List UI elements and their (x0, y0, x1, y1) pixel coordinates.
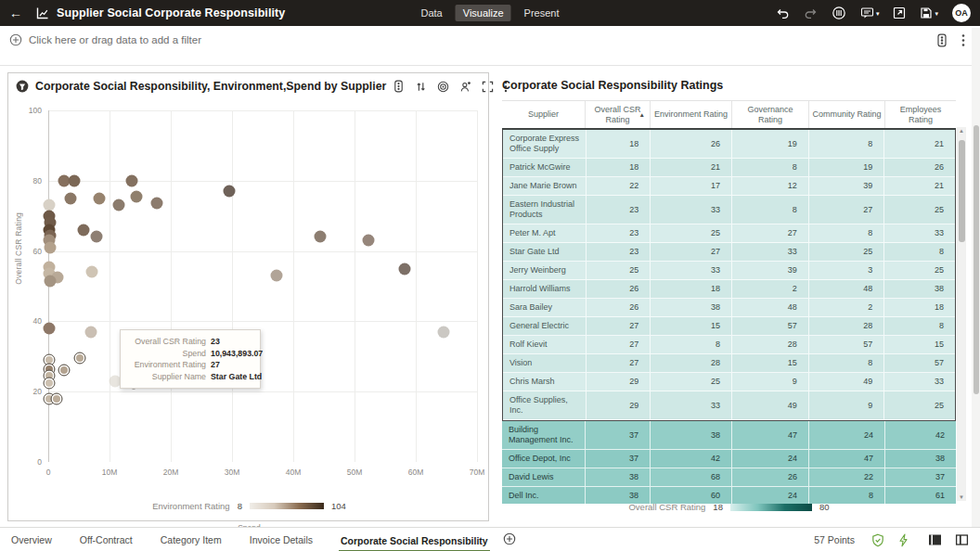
scroll-down-icon[interactable]: ▼ (957, 494, 966, 500)
gridline (232, 110, 233, 462)
export-window-icon[interactable] (893, 6, 906, 19)
scatter-point[interactable] (64, 192, 76, 204)
redo-icon[interactable] (804, 6, 818, 19)
add-canvas-icon[interactable] (503, 532, 516, 547)
scatter-point[interactable] (44, 275, 56, 287)
table-row[interactable]: Patrick McGwire182181926 (503, 159, 955, 177)
scatter-point[interactable] (223, 186, 235, 198)
table-row[interactable]: Rolf Kievit278285715 (503, 336, 955, 354)
back-button[interactable]: ← (0, 6, 32, 20)
table-row[interactable]: Office Depot, Inc3742244738 (502, 450, 956, 468)
table-row[interactable]: Office Supplies, Inc.293349925 (503, 391, 955, 420)
maximize-icon[interactable] (482, 81, 494, 93)
user-avatar[interactable]: OA (952, 4, 971, 22)
scatter-point[interactable] (438, 326, 450, 338)
scatter-point[interactable] (68, 174, 80, 186)
add-filter-button[interactable]: Click here or drag data to add a filter (0, 33, 201, 46)
topbar-nav-data[interactable]: Data (414, 5, 450, 21)
conditional-format-icon[interactable] (393, 80, 405, 93)
assign-person-icon[interactable] (459, 81, 471, 93)
supplier-cell: Eastern Industrial Products (503, 196, 586, 224)
tab-overview[interactable]: Overview (9, 529, 54, 551)
quality-shield-icon[interactable] (871, 533, 884, 547)
rating-cell: 22 (586, 177, 651, 196)
left-panel-toggle-icon[interactable] (928, 533, 942, 546)
rating-cell: 19 (808, 159, 884, 177)
scroll-up-icon[interactable]: ▲ (957, 128, 966, 134)
scatter-point[interactable] (73, 352, 85, 365)
table-scrollbar-thumb[interactable] (959, 140, 965, 242)
ratings-table[interactable]: SupplierOverall CSR Rating▲Environment R… (502, 100, 956, 504)
table-row[interactable]: Peter M. Apt232527833 (503, 224, 955, 243)
scatter-plot-area[interactable]: 020406080100010M20M30M40M50M60M70M (48, 110, 477, 462)
scatter-point[interactable] (91, 231, 103, 243)
column-header-5[interactable]: Employees Rating (884, 101, 956, 128)
filter-funnel-badge-icon[interactable] (16, 80, 29, 93)
comments-caret-icon[interactable]: ▾ (876, 10, 880, 17)
scatter-point[interactable] (399, 263, 411, 275)
scatter-point[interactable] (84, 326, 97, 338)
scatter-point[interactable] (93, 192, 105, 204)
filter-prompt: Click here or drag data to add a filter (29, 34, 201, 45)
scatter-point[interactable] (44, 322, 56, 334)
table-row[interactable]: Building Management Inc.3738472442 (502, 421, 956, 450)
topbar-nav-present[interactable]: Present (517, 5, 567, 21)
scatter-point[interactable] (58, 365, 70, 377)
gridline (171, 110, 172, 462)
tab-invoice-details[interactable]: Invoice Details (248, 529, 315, 551)
scatter-point[interactable] (44, 241, 56, 253)
spark-bolt-icon[interactable] (897, 533, 909, 547)
rating-cell: 27 (731, 224, 808, 243)
column-header-0[interactable]: Supplier (502, 101, 585, 128)
column-header-2[interactable]: Environment Rating (650, 101, 731, 128)
save-icon[interactable]: ▾ (920, 6, 938, 19)
scatter-point[interactable] (112, 199, 124, 211)
table-row[interactable]: David Lewis3868262237 (502, 468, 956, 487)
table-row[interactable]: Chris Marsh292594933 (503, 373, 955, 391)
table-row[interactable]: Jerry Weinberg253339325 (503, 262, 955, 280)
scatter-visualization-panel[interactable]: Corporate Social Responsibility, Environ… (7, 72, 489, 521)
table-row[interactable]: Sara Bailey263848218 (503, 299, 955, 317)
scatter-point[interactable] (125, 174, 137, 186)
table-row[interactable]: Vision272815857 (503, 354, 955, 373)
scatter-point[interactable] (44, 377, 56, 389)
page-scrollbar[interactable] (972, 28, 980, 551)
tab-off-contract[interactable]: Off-Contract (78, 529, 135, 551)
column-header-1[interactable]: Overall CSR Rating▲ (585, 101, 650, 128)
topbar-nav-visualize[interactable]: Visualize (456, 5, 511, 21)
page-scrollbar-thumb[interactable] (974, 125, 979, 394)
table-scrollbar[interactable]: ▲ ▼ (957, 127, 966, 501)
right-panel-toggle-icon[interactable] (955, 533, 969, 546)
scatter-point[interactable] (150, 198, 162, 210)
rating-cell: 28 (808, 317, 884, 336)
comments-icon[interactable]: ▾ (860, 6, 880, 19)
table-row[interactable]: General Electric271557288 (503, 317, 955, 336)
column-header-3[interactable]: Governance Rating (731, 101, 808, 128)
sort-icon[interactable] (415, 81, 427, 93)
filter-bar-menu-icon[interactable] (961, 33, 965, 47)
scatter-point[interactable] (271, 270, 283, 282)
tab-corporate-social-responsibility[interactable]: Corporate Social Responsibility (339, 530, 490, 551)
scatter-point[interactable] (131, 190, 143, 202)
scatter-point[interactable] (50, 392, 62, 404)
tab-category-item[interactable]: Category Item (159, 529, 224, 551)
save-caret-icon[interactable]: ▾ (935, 10, 938, 17)
table-row[interactable]: Jane Marie Brown2217123921 (503, 177, 955, 196)
table-row[interactable]: Star Gate Ltd232733258 (503, 243, 955, 262)
table-row[interactable]: Harrold Williams261824838 (503, 280, 955, 299)
rating-cell: 28 (650, 354, 731, 373)
rating-cell: 25 (883, 196, 955, 224)
drill-target-icon[interactable] (437, 81, 449, 93)
rating-cell: 38 (650, 299, 731, 317)
canvas-tab-bar: OverviewOff-ContractCategory ItemInvoice… (0, 527, 980, 551)
table-row[interactable]: Corporate Express Office Supply182619821 (503, 130, 955, 159)
undo-icon[interactable] (776, 6, 790, 19)
scatter-point[interactable] (315, 231, 327, 243)
refresh-data-icon[interactable] (832, 6, 846, 20)
scatter-point[interactable] (363, 235, 375, 247)
filter-controls-icon[interactable] (935, 33, 948, 47)
scatter-point[interactable] (77, 224, 89, 236)
table-row[interactable]: Eastern Industrial Products233382725 (503, 196, 955, 224)
scatter-point[interactable] (85, 266, 97, 278)
column-header-4[interactable]: Community Rating (808, 101, 884, 128)
